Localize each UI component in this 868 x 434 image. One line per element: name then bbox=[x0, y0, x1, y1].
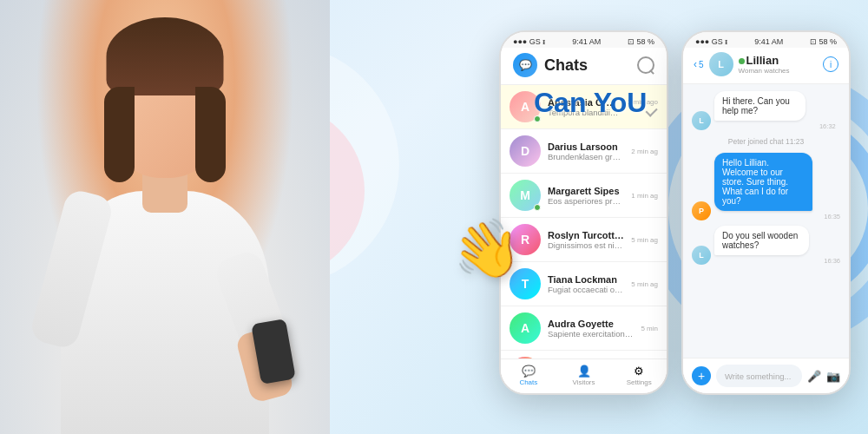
chat-name-1: Darius Larsoon bbox=[548, 141, 624, 152]
attach-button[interactable]: + bbox=[692, 366, 711, 385]
chat-meta-3: 5 min ag bbox=[631, 236, 658, 244]
phone2-input-bar: + Write something... 🎤 📷 bbox=[683, 358, 849, 393]
message-3-time: 16:36 bbox=[714, 257, 840, 265]
lillian-avatar-small-2: L bbox=[692, 246, 711, 265]
chat-name-5: Audra Goyette bbox=[548, 319, 634, 329]
chat-info-3: Roslyn Turcotte DDS Dignissimos est nisi… bbox=[548, 230, 624, 250]
tab-settings-label: Settings bbox=[627, 378, 652, 386]
wave-emoji: 👋 bbox=[446, 212, 527, 289]
lillian-avatar-small: L bbox=[692, 111, 711, 130]
chat-name-3: Roslyn Turcotte DDS bbox=[548, 230, 624, 240]
message-3: Do you sell wooden watches? bbox=[714, 226, 809, 255]
tab-settings[interactable]: ⚙ Settings bbox=[611, 365, 667, 386]
person-photo bbox=[0, 0, 330, 434]
chat-time-4: 5 min ag bbox=[631, 280, 658, 288]
conversation-title-wrap: Lillian Woman watches bbox=[739, 54, 818, 75]
phones-container: ●●● GS ᵻ 9:41 AM ⊡ 58 % 💬 Chats A bbox=[499, 9, 851, 395]
phone1-status-bar: ●●● GS ᵻ 9:41 AM ⊡ 58 % bbox=[501, 32, 667, 48]
chat-time-5: 5 min bbox=[641, 325, 658, 332]
phone2-battery: ⊡ 58 % bbox=[810, 37, 837, 46]
phone2-signal: ●●● GS ᵻ bbox=[695, 37, 727, 46]
settings-tab-icon: ⚙ bbox=[631, 365, 647, 377]
message-row-3: L Do you sell wooden watches? 16:36 bbox=[692, 226, 840, 265]
agent-avatar-small: P bbox=[692, 201, 711, 220]
chat-avatar-5: A bbox=[510, 312, 541, 344]
chat-preview-1: Brundenklasen grosse hasssen bbox=[548, 152, 624, 161]
chat-preview-3: Dignissimos est nisi ut eligendi bbox=[548, 240, 624, 250]
phone1-signal: ●●● GS ᵻ bbox=[513, 37, 545, 46]
chats-tab-icon: 💬 bbox=[521, 365, 536, 377]
chat-avatar-1: D bbox=[510, 135, 541, 167]
phone1: ●●● GS ᵻ 9:41 AM ⊡ 58 % 💬 Chats A bbox=[499, 30, 668, 395]
tab-visitors[interactable]: 👤 Visitors bbox=[556, 365, 612, 386]
microphone-button[interactable]: 🎤 bbox=[807, 370, 821, 383]
chat-meta-5: 5 min bbox=[641, 325, 658, 332]
chat-name-2: Margarett Sipes bbox=[548, 186, 624, 196]
chat-preview-4: Fugiat occaecati omnis bbox=[548, 285, 624, 294]
chat-item-4[interactable]: T Tiana Lockman Fugiat occaecati omnis 5… bbox=[501, 262, 667, 306]
chat-info-2: Margarett Sipes Eos asperiores praesenti… bbox=[548, 186, 624, 206]
tab-chats[interactable]: 💬 Chats bbox=[501, 365, 556, 386]
chat-preview-2: Eos asperiores praesentium bbox=[548, 196, 624, 206]
message-2: Hello Lillian. Welcome to our store. Sur… bbox=[714, 153, 812, 211]
camera-button[interactable]: 📷 bbox=[826, 370, 840, 383]
info-button[interactable]: i bbox=[823, 56, 838, 72]
conversation-subtitle: Woman watches bbox=[739, 67, 818, 75]
system-message-0: Peter joined chat 11:23 bbox=[692, 137, 840, 146]
conversation-avatar: L bbox=[709, 52, 733, 76]
chat-time-3: 5 min ag bbox=[631, 236, 658, 244]
chat-preview-5: Sapiente exercitationem facilis. bbox=[548, 329, 634, 339]
message-2-time: 16:35 bbox=[714, 213, 840, 220]
chat-time-1: 2 min ag bbox=[631, 148, 658, 155]
message-row-2: Hello Lillian. Welcome to our store. Sur… bbox=[692, 153, 840, 220]
message-input[interactable]: Write something... bbox=[716, 365, 802, 387]
can-you-overlay-text: Can YoU bbox=[534, 87, 647, 119]
phone2-header: ‹ 5 L Lillian Woman watches i bbox=[683, 48, 849, 84]
message-row-0: L Hi there. Can you help me? 16:32 bbox=[692, 91, 840, 130]
phone1-time: 9:41 AM bbox=[572, 37, 601, 46]
chat-time-2: 1 min ag bbox=[631, 192, 658, 200]
phone1-battery: ⊡ 58 % bbox=[628, 37, 654, 46]
chat-item-1[interactable]: D Darius Larsoon Brundenklasen grosse ha… bbox=[501, 129, 667, 174]
chat-name-4: Tiana Lockman bbox=[548, 274, 624, 285]
tab-chats-label: Chats bbox=[519, 378, 537, 386]
online-indicator-2 bbox=[534, 204, 541, 211]
chat-info-5: Audra Goyette Sapiente exercitationem fa… bbox=[548, 319, 634, 339]
phone1-logo: 💬 bbox=[513, 53, 537, 77]
phone2: ●●● GS ᵻ 9:41 AM ⊡ 58 % ‹ 5 L Lillian Wo… bbox=[681, 30, 851, 395]
phone1-tabs: 💬 Chats 👤 Visitors ⚙ Settings bbox=[501, 358, 667, 393]
conversation-name: Lillian bbox=[739, 54, 818, 67]
chat-meta-1: 2 min ag bbox=[631, 148, 658, 155]
chat-info-4: Tiana Lockman Fugiat occaecati omnis bbox=[548, 274, 624, 294]
chat-item-3[interactable]: R Roslyn Turcotte DDS Dignissimos est ni… bbox=[501, 218, 667, 262]
chat-meta-4: 5 min ag bbox=[631, 280, 658, 288]
phone1-header: 💬 Chats bbox=[501, 48, 667, 85]
online-status-dot bbox=[739, 58, 745, 64]
chat-item-2[interactable]: M Margarett Sipes Eos asperiores praesen… bbox=[501, 174, 667, 218]
search-icon[interactable] bbox=[637, 56, 654, 74]
tab-visitors-label: Visitors bbox=[572, 378, 595, 386]
back-button[interactable]: ‹ 5 bbox=[694, 58, 704, 70]
chat-check-0 bbox=[646, 105, 658, 117]
chat-meta-2: 1 min ag bbox=[631, 192, 658, 200]
phone2-time: 9:41 AM bbox=[754, 37, 783, 46]
chat-item-5[interactable]: A Audra Goyette Sapiente exercitationem … bbox=[501, 306, 667, 351]
message-0-time: 16:32 bbox=[714, 122, 836, 130]
phone1-title: Chats bbox=[544, 56, 630, 75]
messages-area: L Hi there. Can you help me? 16:32 Peter… bbox=[683, 84, 849, 393]
phone1-chat-list: A Anastasia Crooks Tempora blanditiis re… bbox=[501, 85, 667, 367]
visitors-tab-icon: 👤 bbox=[576, 365, 592, 377]
phone2-status-bar: ●●● GS ᵻ 9:41 AM ⊡ 58 % bbox=[683, 32, 849, 48]
chat-info-1: Darius Larsoon Brundenklasen grosse hass… bbox=[548, 141, 624, 161]
chat-avatar-2: M bbox=[510, 180, 541, 211]
message-0: Hi there. Can you help me? bbox=[714, 91, 806, 121]
